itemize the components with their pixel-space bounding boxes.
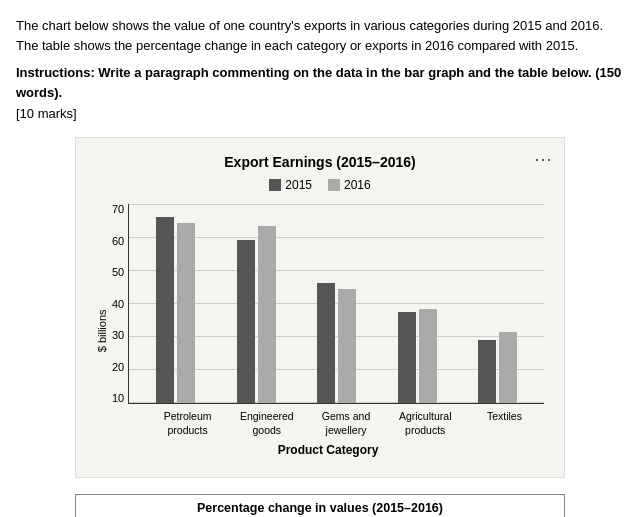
bar-2016 — [499, 332, 517, 403]
instructions-text: Instructions: Write a paragraph commenti… — [16, 63, 624, 102]
x-axis-label: Engineeredgoods — [227, 410, 306, 437]
x-axis-label: Petroleumproducts — [148, 410, 227, 437]
legend-2015: 2015 — [269, 178, 312, 192]
x-axis-label: Textiles — [465, 410, 544, 437]
y-axis-label: $ billions — [96, 204, 108, 457]
bar-chart-area: $ billions 10203040506070 Petroleumprodu… — [96, 204, 544, 457]
bar-group — [379, 309, 456, 403]
bar-2015 — [478, 340, 496, 403]
bar-2015 — [237, 240, 255, 403]
marks-text: [10 marks] — [16, 106, 624, 121]
x-axis-labels: PetroleumproductsEngineeredgoodsGems and… — [112, 410, 544, 437]
bar-groups — [129, 204, 544, 403]
legend-2016: 2016 — [328, 178, 371, 192]
bar-group — [298, 283, 375, 403]
y-axis-and-bars: 10203040506070 — [112, 204, 544, 404]
bar-2016 — [338, 289, 356, 403]
x-axis-title: Product Category — [112, 443, 544, 457]
data-table: Percentage change in values (2015–2016) … — [75, 494, 565, 517]
bar-2015 — [398, 312, 416, 403]
bar-group — [218, 226, 295, 403]
chart-legend: 2015 2016 — [96, 178, 544, 192]
y-tick: 10 — [112, 393, 124, 404]
table-header: Percentage change in values (2015–2016) — [76, 495, 565, 517]
bar-2015 — [156, 217, 174, 403]
y-tick: 50 — [112, 267, 124, 278]
chart-title: Export Earnings (2015–2016) — [96, 154, 544, 170]
bar-2016 — [258, 226, 276, 403]
x-axis-label: Agriculturalproducts — [386, 410, 465, 437]
bar-2015 — [317, 283, 335, 403]
x-axis-label: Gems andjewellery — [306, 410, 385, 437]
intro-text: The chart below shows the value of one c… — [16, 16, 624, 55]
y-tick: 20 — [112, 362, 124, 373]
legend-2015-box — [269, 179, 281, 191]
bars-area — [128, 204, 544, 404]
y-tick: 30 — [112, 330, 124, 341]
chart-container: ⋯ Export Earnings (2015–2016) 2015 2016 … — [75, 137, 565, 478]
y-axis: 10203040506070 — [112, 204, 124, 404]
bar-2016 — [419, 309, 437, 403]
bar-group — [137, 217, 214, 403]
chart-inner: 10203040506070 PetroleumproductsEngineer… — [112, 204, 544, 457]
legend-2015-label: 2015 — [285, 178, 312, 192]
legend-2016-box — [328, 179, 340, 191]
y-tick: 40 — [112, 299, 124, 310]
bar-group — [459, 332, 536, 403]
bar-2016 — [177, 223, 195, 403]
legend-2016-label: 2016 — [344, 178, 371, 192]
table-section: Percentage change in values (2015–2016) … — [75, 494, 565, 517]
more-options-icon[interactable]: ⋯ — [534, 148, 552, 170]
y-tick: 70 — [112, 204, 124, 215]
y-tick: 60 — [112, 236, 124, 247]
